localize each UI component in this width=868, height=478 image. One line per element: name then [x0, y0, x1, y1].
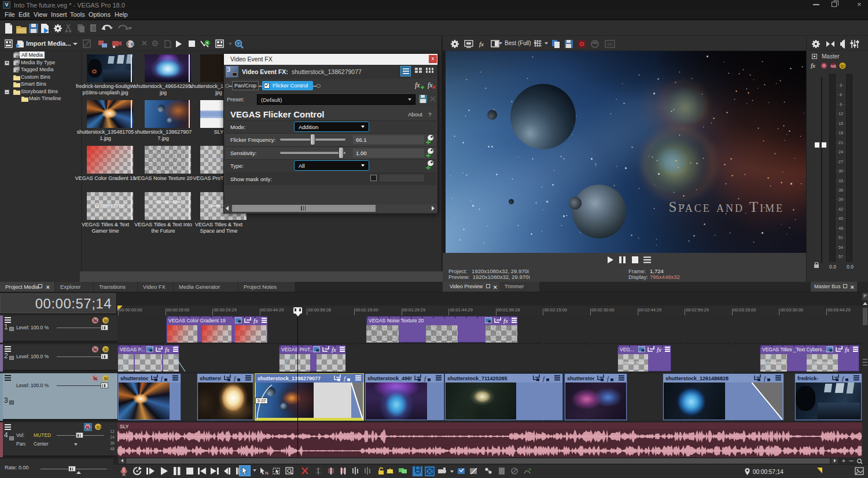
- svg-text:fx: fx: [253, 317, 258, 324]
- svg-text:fx: fx: [332, 346, 336, 353]
- svg-text:AB: AB: [607, 42, 613, 46]
- svg-text:NB: NB: [831, 64, 837, 68]
- svg-text:S!: S!: [97, 425, 101, 430]
- svg-text:fx: fx: [657, 346, 661, 353]
- svg-text:f: f: [764, 376, 767, 382]
- svg-text:S!: S!: [841, 64, 845, 68]
- svg-text:fx: fx: [845, 346, 849, 353]
- svg-text:fx: fx: [428, 81, 433, 89]
- svg-text:fx: fx: [503, 317, 508, 324]
- svg-text:fx: fx: [479, 41, 484, 47]
- svg-text:N: N: [86, 425, 90, 430]
- svg-text:fx: fx: [811, 62, 815, 69]
- svg-text:S!: S!: [104, 347, 109, 352]
- svg-text:S!: S!: [104, 376, 109, 381]
- svg-text:f: f: [161, 376, 164, 382]
- svg-text:fx: fx: [165, 346, 170, 353]
- svg-text:f: f: [234, 376, 237, 382]
- svg-text:f: f: [842, 376, 845, 382]
- svg-text:f: f: [607, 376, 610, 382]
- svg-text:f: f: [344, 376, 347, 382]
- svg-text:f: f: [543, 376, 546, 382]
- svg-text:fx: fx: [415, 81, 420, 89]
- svg-text:N: N: [265, 470, 269, 476]
- svg-text:f: f: [424, 376, 427, 382]
- svg-text:S!: S!: [104, 318, 109, 323]
